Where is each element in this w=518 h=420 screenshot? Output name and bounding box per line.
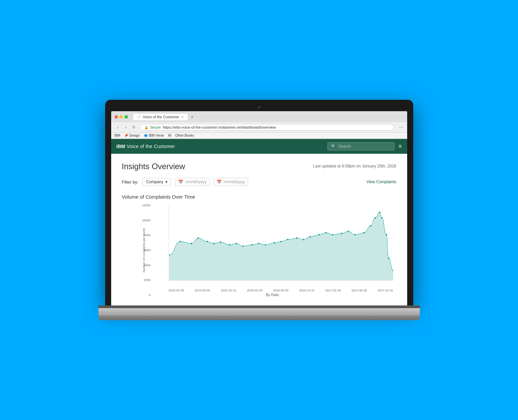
svg-point-19 — [265, 244, 266, 246]
chart-area — [169, 204, 393, 281]
app-nav: IBM Voice of the Customer 🔍 ≡ — [111, 139, 407, 154]
svg-point-10 — [197, 237, 199, 239]
svg-point-16 — [242, 245, 244, 247]
svg-point-18 — [258, 242, 260, 244]
x-label-7: 2017-02-28 — [325, 289, 341, 292]
nav-menu-icon[interactable]: ≡ — [398, 143, 401, 149]
y-label-8000: 8000 — [135, 233, 151, 237]
svg-point-28 — [331, 234, 333, 236]
tab-page-icon: 📄 — [137, 115, 141, 119]
close-traffic-light[interactable] — [115, 115, 118, 119]
company-filter-dropdown[interactable]: Company ▾ — [142, 178, 171, 186]
traffic-lights — [115, 115, 128, 119]
calendar-icon-from: 📅 — [178, 180, 183, 184]
svg-point-29 — [341, 232, 342, 234]
nav-buttons: ‹ › ↻ — [115, 124, 137, 131]
y-label-2000: 2000 — [135, 278, 151, 282]
search-box[interactable]: 🔍 — [327, 142, 394, 150]
x-label-3: 2015-10-31 — [221, 289, 236, 292]
browser-addressbar: ‹ › ↻ 🔒 Secure https://wbs-voice-of-the-… — [111, 122, 407, 133]
chart-title: Volume of Complaints Over Time — [122, 194, 396, 200]
date-to-placeholder: mm/dd/yyyy — [224, 180, 245, 184]
bookmark-w[interactable]: W — [168, 134, 171, 137]
minimize-traffic-light[interactable] — [120, 115, 123, 119]
filter-bar: Filter by: Company ▾ 📅 mm/dd/yyyy 📅 mm/d… — [122, 178, 396, 186]
bookmarks-bar: IBM 📌 Design 🔷 IBM Verse W Other Books — [111, 133, 407, 139]
forward-button[interactable]: › — [123, 124, 129, 131]
svg-point-36 — [381, 217, 383, 219]
svg-point-34 — [374, 217, 376, 219]
app-logo: IBM Voice of the Customer — [117, 144, 175, 149]
calendar-icon-to: 📅 — [217, 180, 222, 184]
refresh-button[interactable]: ↻ — [131, 124, 137, 131]
laptop-base — [98, 308, 420, 316]
svg-point-26 — [318, 234, 320, 236]
chart-section: Volume of Complaints Over Time Number of… — [122, 194, 396, 297]
browser-tab[interactable]: 📄 Voice of the Customer ✕ — [133, 113, 188, 120]
svg-point-20 — [273, 242, 275, 244]
svg-point-11 — [206, 240, 208, 242]
svg-point-32 — [363, 232, 365, 234]
back-button[interactable]: ‹ — [115, 124, 121, 131]
date-from-input[interactable]: 📅 mm/dd/yyyy — [175, 178, 210, 186]
x-label-2: 2015-06-30 — [195, 289, 210, 292]
svg-point-9 — [191, 242, 192, 244]
svg-point-30 — [347, 230, 349, 232]
svg-point-23 — [296, 237, 297, 239]
x-label-9: 2017-10-31 — [377, 289, 393, 292]
svg-point-22 — [287, 238, 289, 240]
y-label-10000: 10000 — [135, 219, 151, 222]
laptop-foot — [98, 316, 420, 320]
laptop-screen: 📄 Voice of the Customer ✕ + ‹ › ↻ 🔒 — [111, 111, 407, 305]
date-to-input[interactable]: 📅 mm/dd/yyyy — [214, 178, 248, 186]
chart-svg — [169, 204, 393, 280]
company-filter-value: Company — [146, 180, 163, 184]
y-axis-labels: 12000 10000 8000 6000 4000 2000 0 — [135, 204, 151, 297]
address-url: https://wbs-voice-of-the-customer.myblue… — [163, 125, 276, 129]
svg-point-8 — [179, 240, 181, 242]
page-title: Insights Overview — [122, 162, 185, 171]
secure-label: Secure — [150, 126, 161, 129]
svg-point-31 — [354, 234, 356, 236]
last-updated-text: Last updated at 6:09pm on January 25th, … — [313, 164, 396, 168]
svg-point-35 — [379, 212, 380, 214]
bookmark-ibmverse[interactable]: 🔷 IBM Verse — [144, 134, 164, 137]
address-bar[interactable]: 🔒 Secure https://wbs-voice-of-the-custom… — [140, 124, 394, 131]
search-icon: 🔍 — [331, 144, 336, 149]
y-label-12000: 12000 — [135, 204, 151, 207]
laptop-shell: 📄 Voice of the Customer ✕ + ‹ › ↻ 🔒 — [98, 100, 420, 320]
new-tab-button[interactable]: + — [190, 114, 195, 120]
svg-point-14 — [229, 244, 230, 246]
bookmark-ibm[interactable]: IBM — [115, 134, 121, 137]
x-label-6: 2016-10-31 — [299, 289, 314, 292]
tab-title: Voice of the Customer — [143, 115, 179, 119]
brand-name: IBM — [117, 144, 126, 149]
tab-close-button[interactable]: ✕ — [181, 115, 184, 119]
search-input[interactable] — [338, 144, 391, 149]
bookmark-other[interactable]: Other Books — [175, 134, 194, 137]
svg-point-39 — [392, 270, 393, 272]
browser-chrome: 📄 Voice of the Customer ✕ + ‹ › ↻ 🔒 — [111, 111, 407, 139]
browser-titlebar: 📄 Voice of the Customer ✕ + — [111, 111, 407, 122]
laptop-camera — [258, 106, 261, 109]
fullscreen-traffic-light[interactable] — [125, 115, 128, 119]
view-complaints-link[interactable]: View Complaints — [366, 180, 396, 184]
y-label-4000: 4000 — [135, 264, 151, 267]
svg-point-24 — [302, 238, 304, 240]
svg-point-38 — [388, 258, 389, 260]
svg-point-12 — [213, 242, 215, 244]
laptop-hinge — [98, 305, 420, 308]
laptop-screen-shell: 📄 Voice of the Customer ✕ + ‹ › ↻ 🔒 — [105, 100, 413, 305]
svg-point-15 — [235, 242, 237, 244]
svg-point-7 — [169, 254, 170, 256]
svg-point-27 — [325, 232, 326, 234]
x-label-1: 2015-02-28 — [169, 289, 184, 292]
dropdown-chevron-icon: ▾ — [165, 180, 167, 184]
x-axis-labels: 2015-02-28 2015-06-30 2015-10-31 2016-02… — [169, 287, 393, 292]
page-header: Insights Overview Last updated at 6:09pm… — [122, 162, 396, 171]
svg-point-33 — [370, 225, 371, 227]
x-label-8: 2017-06-30 — [351, 289, 367, 292]
x-label-5: 2016-06-30 — [273, 289, 288, 292]
main-content: Insights Overview Last updated at 6:09pm… — [111, 154, 407, 305]
bookmark-design[interactable]: 📌 Design — [124, 134, 140, 137]
